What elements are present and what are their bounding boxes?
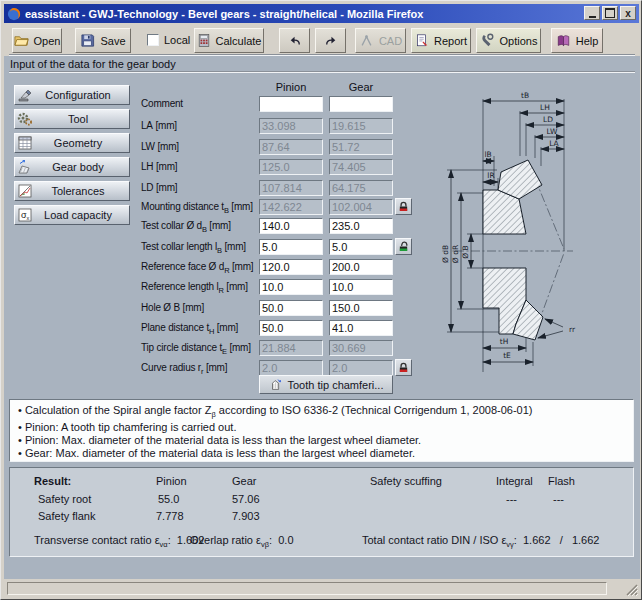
mounting-distance-pinion-input [259, 199, 323, 215]
mounting-distance-lock-button[interactable] [395, 198, 412, 215]
bevel-gear-drawing: tB LH LD LW LA lB lR Ø dB Ø dR Ø B tH tE… [441, 86, 641, 396]
options-button[interactable]: Options [476, 28, 541, 53]
lh-pinion-input [259, 159, 323, 175]
redo-button[interactable] [315, 28, 346, 53]
field-label-test-collar-length: Test collar length lB [mm] [141, 239, 259, 259]
dim-label-dB: Ø dB [441, 245, 450, 263]
curve-radius-gear-input [329, 360, 393, 376]
reference-face-pinion-input[interactable] [259, 259, 323, 275]
result-panel: Result: Pinion Gear Safety scuffing Inte… [9, 467, 634, 557]
result-col-pinion: Pinion [156, 475, 187, 487]
field-label-reference-face: Reference face Ø dR [mm] [141, 259, 259, 279]
dim-label-rr: rr [569, 325, 576, 334]
chamfer-icon [269, 378, 283, 392]
cad-icon [359, 34, 374, 48]
report-document-icon [415, 33, 429, 48]
sidebar-label: Gear body [33, 161, 129, 173]
help-button[interactable]: Help [551, 28, 603, 53]
ld-pinion-input [259, 180, 323, 196]
plane-distance-gear-input[interactable] [329, 320, 393, 336]
minimize-icon [589, 16, 596, 18]
dim-label-lR: lR [487, 171, 494, 180]
sidebar-label: Tolerances [33, 185, 129, 197]
result-row-label: Safety flank [38, 510, 95, 522]
field-label-la: LA [mm] [141, 118, 259, 138]
report-button[interactable]: Report [411, 28, 471, 53]
sidebar-item-tool[interactable]: Tool [14, 109, 130, 129]
options-tool-icon [480, 33, 495, 48]
reference-face-gear-input[interactable] [329, 259, 393, 275]
status-bar [4, 579, 640, 598]
calculate-label: Calculate [216, 35, 262, 47]
lock-open-icon [397, 240, 410, 253]
sidebar-item-configuration[interactable]: Configuration [14, 85, 130, 105]
field-label-reference-length: Reference length lR [mm] [141, 279, 259, 299]
save-disk-icon [80, 33, 95, 48]
dim-label-lB: lB [484, 150, 491, 159]
local-checkbox[interactable] [147, 34, 159, 46]
test-collar-length-pinion-input[interactable] [259, 239, 323, 255]
configuration-icon [17, 87, 33, 103]
total-contact-ratio: Total contact ratio DIN / ISO εvγ: 1.662… [362, 534, 599, 549]
dim-label-tE: tE [503, 351, 511, 360]
overlap-ratio: Overlap ratio εvβ: 0.0 [190, 534, 294, 549]
save-button[interactable]: Save [75, 28, 131, 53]
section-separator [9, 71, 635, 73]
tip-circle-distance-gear-input [329, 340, 393, 356]
comment-gear-input[interactable] [329, 96, 393, 112]
dim-label-LH: LH [540, 103, 550, 112]
hole-pinion-input[interactable] [259, 300, 323, 316]
sidebar-item-load-capacity[interactable]: σ x Load capacity [14, 205, 130, 225]
dim-label-LW: LW [547, 127, 558, 136]
test-collar-length-gear-input[interactable] [329, 239, 393, 255]
test-collar-diameter-gear-input[interactable] [329, 218, 393, 234]
undo-icon [288, 35, 302, 47]
field-label-lw: LW [mm] [141, 139, 259, 159]
tolerances-chart-icon [17, 183, 33, 199]
curve-radius-lock-button[interactable] [395, 359, 412, 376]
test-collar-length-lock-button[interactable] [395, 238, 412, 255]
sidebar-label: Load capacity [33, 209, 129, 221]
sidebar-item-geometry[interactable]: Geometry [14, 133, 130, 153]
maximize-button[interactable] [602, 6, 618, 20]
curve-radius-pinion-input [259, 360, 323, 376]
tooth-tip-chamfer-button[interactable]: Tooth tip chamferi... [259, 375, 393, 394]
la-gear-input [329, 118, 393, 134]
lw-pinion-input [259, 139, 323, 155]
test-collar-diameter-pinion-input[interactable] [259, 218, 323, 234]
field-label-ld: LD [mm] [141, 180, 259, 200]
open-button[interactable]: Open [12, 28, 62, 53]
resize-grip[interactable] [625, 583, 638, 596]
reference-length-pinion-input[interactable] [259, 279, 323, 295]
sidebar-label: Configuration [33, 89, 129, 101]
undo-button[interactable] [279, 28, 310, 53]
message-line: • Calculation of the Spiral angle factor… [18, 404, 532, 419]
load-capacity-sigma-icon: σ x [17, 207, 33, 223]
help-book-icon [556, 34, 571, 48]
lw-gear-input [329, 139, 393, 155]
reference-length-gear-input[interactable] [329, 279, 393, 295]
plane-distance-pinion-input[interactable] [259, 320, 323, 336]
result-col-gear: Gear [232, 475, 256, 487]
sidebar-item-tolerances[interactable]: Tolerances [14, 181, 130, 201]
options-label: Options [500, 35, 538, 47]
comment-pinion-input[interactable] [259, 96, 323, 112]
sidebar-item-gear-body[interactable]: Gear body [14, 157, 130, 177]
title-bar: eassistant - GWJ-Technology - Bevel gear… [4, 4, 639, 23]
result-col-flash: Flash [548, 475, 575, 487]
close-button[interactable]: x [620, 6, 636, 20]
minimize-button[interactable] [584, 6, 600, 20]
maximize-icon [605, 8, 615, 18]
calculate-button[interactable]: Calculate [194, 28, 264, 53]
save-label: Save [100, 35, 125, 47]
column-header-gear: Gear [329, 81, 393, 93]
status-message-field [7, 582, 607, 595]
cad-label: CAD [379, 35, 402, 47]
field-label-curve-radius: Curve radius rr [mm] [141, 360, 259, 380]
result-col-integral: Integral [496, 475, 533, 487]
hole-gear-input[interactable] [329, 300, 393, 316]
lh-gear-input [329, 159, 393, 175]
la-pinion-input [259, 118, 323, 134]
tip-circle-distance-pinion-input [259, 340, 323, 356]
message-line: • Gear: Max. diameter of the material da… [18, 447, 415, 462]
